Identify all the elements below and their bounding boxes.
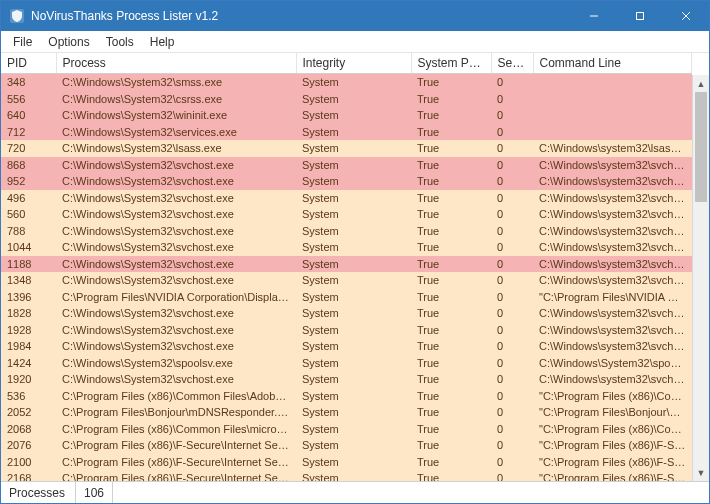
- table-row[interactable]: 2168C:\Program Files (x86)\F-Secure\Inte…: [1, 470, 692, 481]
- table-row[interactable]: 1188C:\Windows\System32\svchost.exeSyste…: [1, 256, 692, 273]
- table-row[interactable]: 348C:\Windows\System32\smss.exeSystemTru…: [1, 74, 692, 91]
- minimize-button[interactable]: [571, 1, 617, 31]
- table-row[interactable]: 2052C:\Program Files\Bonjour\mDNSRespond…: [1, 404, 692, 421]
- col-header-process[interactable]: Process: [56, 53, 296, 74]
- table-row[interactable]: 2076C:\Program Files (x86)\F-Secure\Inte…: [1, 437, 692, 454]
- cell-process: C:\Program Files (x86)\F-Secure\Internet…: [56, 470, 296, 481]
- cell-session: 0: [491, 470, 533, 481]
- cell-process: C:\Windows\System32\svchost.exe: [56, 272, 296, 289]
- table-row[interactable]: 496C:\Windows\System32\svchost.exeSystem…: [1, 190, 692, 207]
- menu-file[interactable]: File: [5, 33, 40, 51]
- cell-process: C:\Windows\System32\svchost.exe: [56, 305, 296, 322]
- cell-command-line: "C:\Program Files (x86)\Common Files\Mic…: [533, 421, 692, 438]
- table-row[interactable]: 1920C:\Windows\System32\svchost.exeSyste…: [1, 371, 692, 388]
- cell-session: 0: [491, 223, 533, 240]
- table-row[interactable]: 868C:\Windows\System32\svchost.exeSystem…: [1, 157, 692, 174]
- statusbar: Processes 106: [1, 481, 709, 503]
- maximize-button[interactable]: [617, 1, 663, 31]
- table-row[interactable]: 560C:\Windows\System32\svchost.exeSystem…: [1, 206, 692, 223]
- process-table[interactable]: PID Process Integrity System Process Ses…: [1, 53, 692, 481]
- cell-integrity: System: [296, 157, 411, 174]
- cell-integrity: System: [296, 355, 411, 372]
- menu-options[interactable]: Options: [40, 33, 97, 51]
- table-row[interactable]: 1348C:\Windows\System32\svchost.exeSyste…: [1, 272, 692, 289]
- cell-session: 0: [491, 355, 533, 372]
- table-row[interactable]: 712C:\Windows\System32\services.exeSyste…: [1, 124, 692, 141]
- cell-pid: 1044: [1, 239, 56, 256]
- cell-session: 0: [491, 454, 533, 471]
- table-row[interactable]: 1424C:\Windows\System32\spoolsv.exeSyste…: [1, 355, 692, 372]
- cell-pid: 2100: [1, 454, 56, 471]
- menu-tools[interactable]: Tools: [98, 33, 142, 51]
- menu-help[interactable]: Help: [142, 33, 183, 51]
- cell-session: 0: [491, 272, 533, 289]
- svg-rect-2: [637, 13, 644, 20]
- cell-session: 0: [491, 74, 533, 91]
- cell-process: C:\Windows\System32\svchost.exe: [56, 223, 296, 240]
- table-row[interactable]: 1396C:\Program Files\NVIDIA Corporation\…: [1, 289, 692, 306]
- titlebar[interactable]: NoVirusThanks Process Lister v1.2: [1, 1, 709, 31]
- col-header-system-process[interactable]: System Process: [411, 53, 491, 74]
- cell-pid: 1348: [1, 272, 56, 289]
- table-row[interactable]: 720C:\Windows\System32\lsass.exeSystemTr…: [1, 140, 692, 157]
- cell-pid: 1188: [1, 256, 56, 273]
- cell-process: C:\Windows\System32\svchost.exe: [56, 157, 296, 174]
- status-process-count: 106: [76, 482, 113, 503]
- cell-session: 0: [491, 91, 533, 108]
- cell-session: 0: [491, 371, 533, 388]
- cell-integrity: System: [296, 239, 411, 256]
- scroll-thumb[interactable]: [695, 92, 707, 202]
- cell-system-process: True: [411, 470, 491, 481]
- col-header-pid[interactable]: PID: [1, 53, 56, 74]
- cell-command-line: "C:\Program Files (x86)\Common Files\Ad: [533, 388, 692, 405]
- cell-process: C:\Windows\System32\lsass.exe: [56, 140, 296, 157]
- cell-command-line: C:\Windows\system32\svchost.exe -k Lo: [533, 190, 692, 207]
- cell-process: C:\Program Files\Bonjour\mDNSResponder.e…: [56, 404, 296, 421]
- scroll-up-arrow-icon[interactable]: ▲: [693, 75, 709, 92]
- cell-system-process: True: [411, 140, 491, 157]
- table-row[interactable]: 640C:\Windows\System32\wininit.exeSystem…: [1, 107, 692, 124]
- cell-pid: 1396: [1, 289, 56, 306]
- table-row[interactable]: 1984C:\Windows\System32\svchost.exeSyste…: [1, 338, 692, 355]
- table-row[interactable]: 1828C:\Windows\System32\svchost.exeSyste…: [1, 305, 692, 322]
- cell-system-process: True: [411, 404, 491, 421]
- cell-integrity: System: [296, 256, 411, 273]
- table-row[interactable]: 788C:\Windows\System32\svchost.exeSystem…: [1, 223, 692, 240]
- cell-system-process: True: [411, 173, 491, 190]
- table-row[interactable]: 2100C:\Program Files (x86)\F-Secure\Inte…: [1, 454, 692, 471]
- app-icon: [9, 8, 25, 24]
- cell-system-process: True: [411, 239, 491, 256]
- table-header-row: PID Process Integrity System Process Ses…: [1, 53, 692, 74]
- cell-pid: 1928: [1, 322, 56, 339]
- table-row[interactable]: 536C:\Program Files (x86)\Common Files\A…: [1, 388, 692, 405]
- cell-integrity: System: [296, 140, 411, 157]
- table-row[interactable]: 952C:\Windows\System32\svchost.exeSystem…: [1, 173, 692, 190]
- scroll-down-arrow-icon[interactable]: ▼: [693, 464, 709, 481]
- table-row[interactable]: 1044C:\Windows\System32\svchost.exeSyste…: [1, 239, 692, 256]
- cell-process: C:\Program Files (x86)\Common Files\Adob…: [56, 388, 296, 405]
- scroll-track[interactable]: [693, 92, 709, 464]
- cell-integrity: System: [296, 124, 411, 141]
- cell-integrity: System: [296, 272, 411, 289]
- table-row[interactable]: 2068C:\Program Files (x86)\Common Files\…: [1, 421, 692, 438]
- table-row[interactable]: 1928C:\Windows\System32\svchost.exeSyste…: [1, 322, 692, 339]
- cell-command-line: [533, 91, 692, 108]
- col-header-session[interactable]: Session: [491, 53, 533, 74]
- cell-session: 0: [491, 157, 533, 174]
- vertical-scrollbar[interactable]: ▲ ▼: [692, 75, 709, 481]
- cell-session: 0: [491, 338, 533, 355]
- cell-process: C:\Windows\System32\svchost.exe: [56, 190, 296, 207]
- cell-command-line: C:\Windows\system32\svchost.exe -k Lo: [533, 223, 692, 240]
- cell-system-process: True: [411, 107, 491, 124]
- col-header-integrity[interactable]: Integrity: [296, 53, 411, 74]
- cell-system-process: True: [411, 355, 491, 372]
- col-header-command-line[interactable]: Command Line: [533, 53, 692, 74]
- cell-integrity: System: [296, 421, 411, 438]
- cell-command-line: [533, 74, 692, 91]
- close-button[interactable]: [663, 1, 709, 31]
- cell-pid: 868: [1, 157, 56, 174]
- cell-pid: 556: [1, 91, 56, 108]
- cell-system-process: True: [411, 206, 491, 223]
- app-window: NoVirusThanks Process Lister v1.2 File O…: [0, 0, 710, 504]
- table-row[interactable]: 556C:\Windows\System32\csrss.exeSystemTr…: [1, 91, 692, 108]
